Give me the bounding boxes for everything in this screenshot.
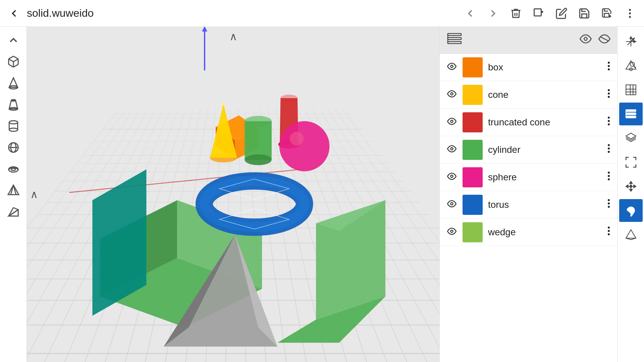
layer-color-wedge <box>463 222 483 242</box>
document-title: solid.wuweido <box>27 7 94 19</box>
layer-eye-sphere[interactable] <box>446 172 457 183</box>
layer-more-box[interactable] <box>607 61 610 74</box>
hide-all-icon[interactable] <box>598 33 610 47</box>
svg-rect-101 <box>626 113 636 115</box>
layer-item-box[interactable]: box <box>440 54 617 81</box>
svg-point-66 <box>451 120 453 122</box>
svg-point-79 <box>608 199 610 201</box>
viewport-chevron-top[interactable]: ∧ <box>229 30 237 43</box>
layer-name-box: box <box>488 62 602 73</box>
delete-button[interactable] <box>508 6 523 21</box>
svg-marker-109 <box>626 185 628 188</box>
svg-marker-108 <box>629 189 632 191</box>
layer-more-cone[interactable] <box>607 88 610 101</box>
add-to-scene-button[interactable] <box>531 6 546 21</box>
svg-rect-0 <box>534 9 541 16</box>
layer-color-sphere <box>463 167 483 187</box>
more-button[interactable] <box>623 6 637 21</box>
save-new-button[interactable] <box>600 6 614 21</box>
edit-button[interactable] <box>554 6 569 21</box>
panel-header-left <box>446 31 463 49</box>
svg-marker-90 <box>634 41 636 43</box>
layer-item-torus[interactable]: torus <box>440 191 617 219</box>
left-tool-box[interactable] <box>3 52 23 72</box>
layer-name-wedge: wedge <box>488 227 602 238</box>
svg-point-73 <box>608 151 610 153</box>
left-tool-cylinder[interactable] <box>3 116 23 136</box>
right-tool-move[interactable] <box>619 175 643 198</box>
svg-point-83 <box>608 227 610 229</box>
svg-point-70 <box>451 147 453 150</box>
svg-point-81 <box>608 206 610 208</box>
right-tool-grid[interactable] <box>619 78 643 101</box>
left-tool-wedge[interactable] <box>3 202 23 222</box>
svg-rect-53 <box>448 38 461 40</box>
layer-name-torus: torus <box>488 199 602 210</box>
layer-color-cylinder <box>463 140 483 160</box>
svg-point-58 <box>451 65 453 67</box>
svg-marker-107 <box>629 181 632 183</box>
svg-point-47 <box>290 132 304 145</box>
svg-point-65 <box>608 96 610 98</box>
svg-marker-89 <box>630 37 632 39</box>
layer-color-box <box>463 57 483 77</box>
layer-more-torus[interactable] <box>607 198 610 211</box>
svg-rect-41 <box>245 121 271 160</box>
left-tool-torus[interactable] <box>3 159 23 179</box>
save-button[interactable] <box>577 6 592 21</box>
svg-point-42 <box>245 154 271 165</box>
right-tool-rotate[interactable] <box>619 199 643 222</box>
layer-name-cone: cone <box>488 89 602 100</box>
left-tool-sphere[interactable] <box>3 137 23 158</box>
layer-more-sphere[interactable] <box>607 171 610 184</box>
main-content: ∧ ∧ <box>0 27 644 362</box>
svg-marker-110 <box>634 185 636 188</box>
top-bar-right <box>463 6 637 21</box>
left-tool-cone[interactable] <box>3 73 23 93</box>
svg-point-59 <box>608 62 610 64</box>
svg-point-3 <box>629 16 631 18</box>
layer-eye-box[interactable] <box>446 62 457 73</box>
layer-item-sphere[interactable]: sphere <box>440 164 617 191</box>
right-tool-fit-view[interactable] <box>619 151 643 174</box>
svg-point-72 <box>608 147 610 149</box>
svg-point-84 <box>608 230 610 232</box>
svg-point-46 <box>279 121 329 171</box>
svg-point-8 <box>9 121 17 124</box>
layer-item-truncated_cone[interactable]: truncated cone <box>440 109 617 136</box>
back-button[interactable] <box>7 6 21 21</box>
svg-point-68 <box>608 120 610 122</box>
forward-history-button[interactable] <box>486 6 500 21</box>
right-tool-search-shape[interactable] <box>619 54 643 77</box>
layer-more-cylinder[interactable] <box>607 143 610 156</box>
right-tool-transform[interactable] <box>619 223 643 246</box>
viewport-chevron-left[interactable]: ∧ <box>30 188 38 201</box>
right-tool-layers-panel[interactable] <box>619 103 643 125</box>
layer-more-truncated_cone[interactable] <box>607 116 610 129</box>
right-tool-axis[interactable] <box>619 30 643 53</box>
svg-point-74 <box>451 175 453 177</box>
layer-item-wedge[interactable]: wedge <box>440 219 617 246</box>
layer-item-cylinder[interactable]: cylinder <box>440 136 617 164</box>
viewport[interactable]: ∧ ∧ <box>27 27 439 362</box>
show-all-icon[interactable] <box>580 33 592 47</box>
svg-point-1 <box>629 9 631 11</box>
layer-name-cylinder: cylinder <box>488 144 602 155</box>
layer-eye-cone[interactable] <box>446 89 457 101</box>
back-history-button[interactable] <box>463 6 478 21</box>
layer-eye-cylinder[interactable] <box>446 144 457 156</box>
svg-point-71 <box>608 144 610 146</box>
layer-more-wedge[interactable] <box>607 226 610 239</box>
layer-eye-wedge[interactable] <box>446 227 457 238</box>
layer-eye-torus[interactable] <box>446 199 457 210</box>
svg-point-9 <box>9 128 17 131</box>
left-tool-truncated[interactable] <box>3 95 23 115</box>
left-tool-collapse[interactable] <box>3 30 23 50</box>
layers-list-icon[interactable] <box>446 31 463 49</box>
layer-eye-truncated_cone[interactable] <box>446 117 457 128</box>
left-tool-pyramid[interactable] <box>3 180 23 200</box>
right-sidebar <box>617 27 644 362</box>
layer-item-cone[interactable]: cone <box>440 81 617 109</box>
right-tool-stack[interactable] <box>619 127 643 149</box>
layer-color-torus <box>463 195 483 215</box>
